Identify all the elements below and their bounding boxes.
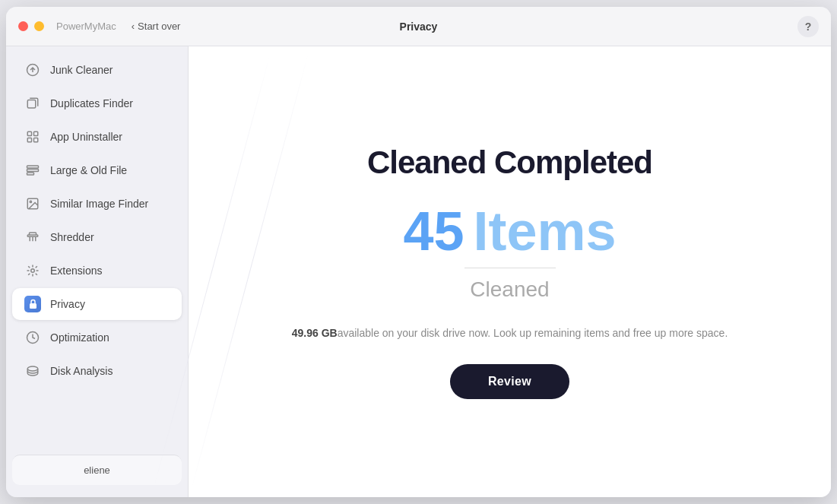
sidebar-item-duplicates-finder[interactable]: Duplicates Finder <box>12 87 182 119</box>
disk-analysis-icon <box>24 363 41 379</box>
minimize-button[interactable] <box>34 21 44 31</box>
svg-rect-4 <box>27 138 31 142</box>
sidebar: Junk Cleaner Duplicates Finder App Unins… <box>6 46 189 497</box>
sidebar-item-similar-image-finder[interactable]: Similar Image Finder <box>12 188 182 220</box>
svg-rect-2 <box>27 132 31 135</box>
extensions-icon <box>24 262 41 279</box>
sidebar-item-junk-cleaner[interactable]: Junk Cleaner <box>12 54 182 86</box>
sidebar-item-app-uninstaller[interactable]: App Uninstaller <box>12 121 182 153</box>
help-button[interactable]: ? <box>797 16 819 37</box>
items-row: 45 Items <box>292 204 728 258</box>
svg-rect-5 <box>34 138 38 142</box>
start-over-label: Start over <box>138 21 180 32</box>
svg-rect-6 <box>27 166 39 168</box>
sidebar-item-optimization[interactable]: Optimization <box>12 322 182 353</box>
sidebar-item-shredder[interactable]: Shredder <box>12 221 182 253</box>
svg-point-10 <box>30 201 31 202</box>
privacy-icon <box>24 296 41 312</box>
disk-info-text: available on your disk drive now. Look u… <box>338 327 728 339</box>
app-name: PowerMyMac <box>56 21 116 32</box>
disk-analysis-label: Disk Analysis <box>50 365 113 377</box>
svg-rect-1 <box>27 100 36 109</box>
app-logo: PowerMyMac <box>56 21 116 32</box>
svg-rect-7 <box>27 170 39 172</box>
similar-image-finder-label: Similar Image Finder <box>50 198 148 210</box>
privacy-label: Privacy <box>50 298 85 310</box>
items-label: Items <box>474 204 617 258</box>
sidebar-item-large-old-file[interactable]: Large & Old File <box>12 154 182 186</box>
svg-rect-8 <box>27 173 34 175</box>
svg-rect-11 <box>27 235 38 236</box>
cleaned-subtitle: Cleaned <box>292 277 728 302</box>
review-button[interactable]: Review <box>450 364 569 399</box>
svg-rect-3 <box>34 132 38 135</box>
sidebar-user: eliene <box>12 455 182 485</box>
main-content: Junk Cleaner Duplicates Finder App Unins… <box>6 46 831 497</box>
optimization-icon <box>24 329 41 346</box>
sidebar-item-extensions[interactable]: Extensions <box>12 255 182 287</box>
extensions-label: Extensions <box>50 265 102 277</box>
shredder-icon <box>24 229 41 246</box>
optimization-label: Optimization <box>50 331 109 344</box>
title-bar: PowerMyMac ‹ Start over Privacy ? <box>6 7 831 46</box>
disk-info: 49.96 GBavailable on your disk drive now… <box>292 325 728 341</box>
start-over-button[interactable]: ‹ Start over <box>132 21 181 32</box>
app-window: PowerMyMac ‹ Start over Privacy ? Junk C… <box>6 7 831 497</box>
disk-info-gb: 49.96 GB <box>292 327 338 339</box>
content-area: Cleaned Completed 45 Items Cleaned 49.96… <box>189 46 831 497</box>
svg-point-12 <box>31 269 35 273</box>
window-title: Privacy <box>400 21 438 33</box>
main-title: Cleaned Completed <box>292 144 728 181</box>
junk-cleaner-label: Junk Cleaner <box>50 64 113 76</box>
shredder-label: Shredder <box>50 231 94 243</box>
junk-cleaner-icon <box>24 62 41 78</box>
large-old-file-icon <box>24 162 41 179</box>
chevron-left-icon: ‹ <box>132 21 135 32</box>
help-icon: ? <box>805 21 812 33</box>
duplicates-finder-label: Duplicates Finder <box>50 97 133 109</box>
app-uninstaller-icon <box>24 128 41 145</box>
app-uninstaller-label: App Uninstaller <box>50 131 122 143</box>
duplicates-finder-icon <box>24 95 41 112</box>
sidebar-items: Junk Cleaner Duplicates Finder App Unins… <box>6 52 188 449</box>
sidebar-item-disk-analysis[interactable]: Disk Analysis <box>12 355 182 387</box>
similar-image-finder-icon <box>24 195 41 212</box>
sidebar-item-privacy[interactable]: Privacy <box>12 288 182 320</box>
svg-rect-13 <box>30 303 36 309</box>
completion-container: Cleaned Completed 45 Items Cleaned 49.96… <box>292 144 728 399</box>
divider-line <box>464 268 556 268</box>
window-controls <box>18 21 44 31</box>
large-old-file-label: Large & Old File <box>50 164 127 176</box>
svg-point-15 <box>27 366 38 371</box>
items-count: 45 <box>403 204 464 258</box>
close-button[interactable] <box>18 21 28 31</box>
